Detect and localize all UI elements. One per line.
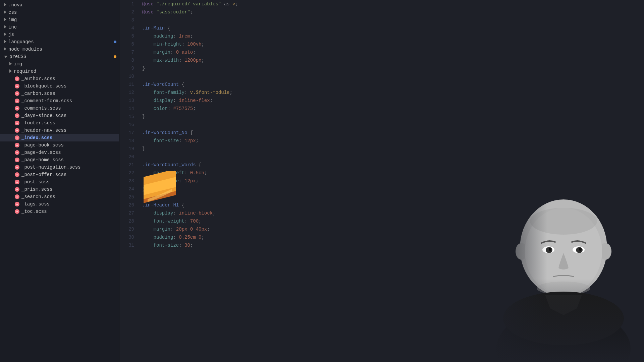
- sidebar-item-inc[interactable]: inc: [0, 23, 119, 31]
- sidebar-folder-label: .nova: [8, 2, 22, 8]
- sidebar-file-label: _search.scss: [21, 194, 55, 199]
- code-line: .in-WordCount {: [142, 80, 644, 88]
- sidebar-item-_tags[interactable]: ●_tags.scss: [0, 200, 119, 208]
- code-line: }: [142, 185, 644, 193]
- line-number: 2: [122, 8, 134, 16]
- sidebar-file-label: _footer.scss: [21, 120, 55, 126]
- sidebar-item-_post-navigation[interactable]: ●_post-navigation.scss: [0, 164, 119, 171]
- chevron-right-icon: [4, 39, 8, 45]
- scss-file-icon: ●: [15, 135, 19, 140]
- sidebar-file-label: _days-since.scss: [21, 113, 66, 118]
- scss-file-icon: ●: [15, 202, 19, 206]
- sidebar-item-_days-since[interactable]: ●_days-since.scss: [0, 112, 119, 119]
- sidebar-item-_footer[interactable]: ●_footer.scss: [0, 119, 119, 127]
- scss-file-icon: ●: [15, 99, 19, 103]
- code-content[interactable]: @use "./required/_variables" as v;@use "…: [137, 0, 644, 362]
- chevron-down-icon: [4, 54, 9, 59]
- code-line: margin: 20px 0 40px;: [142, 225, 644, 233]
- sidebar-item-preCSS[interactable]: preCSS: [0, 53, 119, 60]
- code-line: font-size: 12px;: [142, 177, 644, 185]
- line-number: 11: [122, 80, 134, 88]
- code-line: font-family: v.$font-module;: [142, 88, 644, 97]
- scss-file-icon: ●: [15, 76, 19, 81]
- sidebar-folder-label: node_modules: [8, 47, 42, 52]
- scss-file-icon: ●: [15, 194, 19, 199]
- chevron-right-icon: [9, 69, 14, 74]
- line-number: 30: [122, 233, 134, 241]
- sidebar-item-_author[interactable]: ●_author.scss: [0, 75, 119, 82]
- code-line: [142, 153, 644, 161]
- sidebar-item-js[interactable]: js: [0, 31, 119, 38]
- sidebar-item-_comment-form[interactable]: ●_comment-form.scss: [0, 97, 119, 105]
- line-number: 19: [122, 145, 134, 153]
- sidebar-item-_blockquote[interactable]: ●_blockquote.scss: [0, 82, 119, 90]
- sidebar-item-_prism[interactable]: ●_prism.scss: [0, 186, 119, 193]
- sidebar-folder-label: css: [8, 10, 17, 15]
- code-line: font-size: 30;: [142, 241, 644, 249]
- sidebar-file-label: _index.scss: [21, 135, 52, 140]
- sidebar-item-_comments[interactable]: ●_comments.scss: [0, 105, 119, 112]
- code-line: font-weight: 700;: [142, 217, 644, 225]
- sidebar-item-_toc[interactable]: ●_toc.scss: [0, 208, 119, 215]
- line-number: 31: [122, 241, 134, 249]
- line-number: 15: [122, 113, 134, 121]
- scss-file-icon: ●: [15, 209, 19, 214]
- code-line: }: [142, 145, 644, 153]
- sidebar-item-_post[interactable]: ●_post.scss: [0, 178, 119, 186]
- line-number: 21: [122, 161, 134, 169]
- chevron-right-icon: [4, 32, 8, 37]
- code-line: display: inline-block;: [142, 209, 644, 217]
- modified-badge: [114, 55, 116, 58]
- scss-file-icon: ●: [15, 150, 19, 155]
- sidebar-file-label: _toc.scss: [21, 209, 47, 214]
- code-line: margin-left: 0.5ch;: [142, 169, 644, 177]
- sidebar-item-_page-home[interactable]: ●_page-home.scss: [0, 156, 119, 164]
- line-number: 14: [122, 105, 134, 113]
- scss-file-icon: ●: [15, 84, 19, 88]
- sidebar-item-node_modules[interactable]: node_modules: [0, 46, 119, 53]
- sidebar: .novacssimgincjslanguagesnode_modulespre…: [0, 0, 119, 362]
- scss-file-icon: ●: [15, 172, 19, 177]
- sidebar-file-label: _tags.scss: [21, 201, 50, 207]
- sidebar-file-label: _prism.scss: [21, 187, 52, 192]
- sidebar-item-_search[interactable]: ●_search.scss: [0, 193, 119, 200]
- sidebar-item-_index[interactable]: ●_index.scss: [0, 134, 119, 141]
- chevron-right-icon: [4, 2, 8, 8]
- sidebar-folder-label: js: [8, 32, 14, 37]
- code-line: }: [142, 113, 644, 121]
- sidebar-item-preCSS-required[interactable]: required: [0, 68, 119, 75]
- sidebar-item-_carbon[interactable]: ●_carbon.scss: [0, 90, 119, 97]
- code-line: [142, 16, 644, 24]
- line-number: 3: [122, 16, 134, 24]
- line-number: 27: [122, 209, 134, 217]
- code-line: color: #757575;: [142, 105, 644, 113]
- chevron-right-icon: [4, 24, 8, 30]
- sidebar-item-_post-offer[interactable]: ●_post-offer.scss: [0, 171, 119, 178]
- line-number: 17: [122, 129, 134, 137]
- sidebar-item-img[interactable]: img: [0, 16, 119, 23]
- sidebar-item-_page-book[interactable]: ●_page-book.scss: [0, 141, 119, 149]
- line-number: 23: [122, 177, 134, 185]
- sidebar-item-nova[interactable]: .nova: [0, 1, 119, 9]
- sidebar-file-label: _page-book.scss: [21, 142, 64, 148]
- sidebar-item-languages[interactable]: languages: [0, 38, 119, 46]
- code-line: .in-WordCount_No {: [142, 129, 644, 137]
- chevron-right-icon: [4, 17, 8, 22]
- sidebar-item-_header-nav[interactable]: ●_header-nav.scss: [0, 127, 119, 134]
- line-number: 16: [122, 121, 134, 129]
- line-number: 25: [122, 193, 134, 201]
- modified-badge: [114, 41, 116, 43]
- line-number: 10: [122, 72, 134, 80]
- sidebar-file-label: _page-dev.scss: [21, 150, 61, 155]
- sidebar-file-label: _post-offer.scss: [21, 172, 66, 177]
- sidebar-item-preCSS-img[interactable]: img: [0, 60, 119, 68]
- code-area[interactable]: 1234567891011121314151617181920212223242…: [119, 0, 644, 362]
- sidebar-item-css[interactable]: css: [0, 9, 119, 16]
- sidebar-item-_page-dev[interactable]: ●_page-dev.scss: [0, 149, 119, 156]
- sidebar-folder-label: required: [14, 69, 36, 74]
- sidebar-file-label: _blockquote.scss: [21, 83, 66, 89]
- line-number: 5: [122, 32, 134, 40]
- line-number: 8: [122, 56, 134, 64]
- code-line: min-height: 100vh;: [142, 40, 644, 48]
- code-line: padding: 0.25em 0;: [142, 233, 644, 241]
